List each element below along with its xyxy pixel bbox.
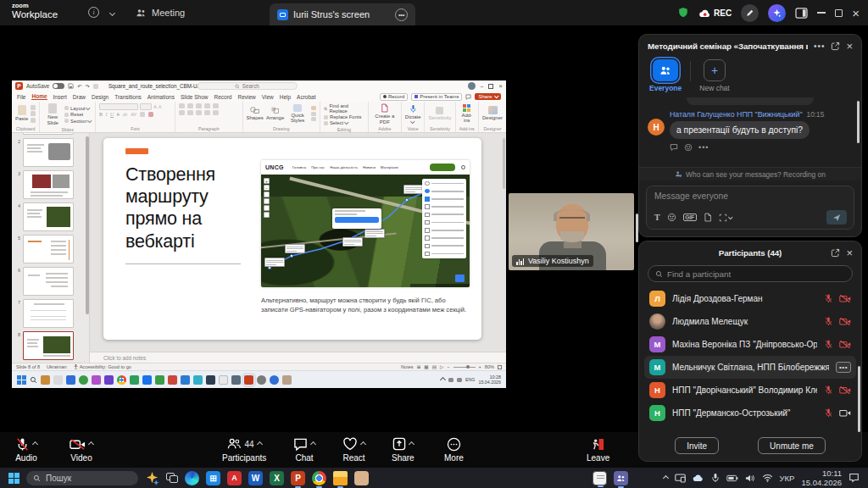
share-control[interactable]: Share [392,436,415,463]
taskbar-app-icon[interactable] [193,375,203,385]
taskbar-app-icon[interactable] [270,375,279,385]
sender-name[interactable]: Наталя Галущенко НПП "Вижницький" [670,110,803,119]
shrink-font-icon[interactable]: A [159,104,161,109]
slide-thumbnail-panel[interactable]: 2 3 4 5 6 7 8 [12,133,90,363]
align-left-button[interactable] [179,110,185,115]
reading-view-icon[interactable]: ▤ [432,364,437,369]
participant-row-hovered[interactable]: М Мельничук Світлана, НПП Білобережжя Св… [644,356,856,379]
video-options-chevron[interactable] [88,441,94,446]
file-explorer-icon[interactable] [333,471,348,485]
maximize-button[interactable] [835,9,843,17]
account-avatar[interactable] [468,82,476,90]
wifi-icon[interactable] [762,474,773,482]
menu-insert[interactable]: Insert [53,94,67,100]
menu-acrobat[interactable]: Acrobat [297,94,315,100]
editor-scrollbar[interactable] [503,138,506,189]
taskbar-app-icon[interactable] [168,375,177,385]
gif-icon[interactable]: GIF [683,214,697,221]
arrange-button[interactable]: Arrange [266,106,284,121]
grow-font-icon[interactable]: A [153,104,157,109]
onedrive-icon[interactable] [693,474,704,482]
select-button[interactable]: Select [324,120,348,125]
tab-everyone[interactable]: Everyone [649,59,682,92]
notes-area[interactable]: Click to add notes [90,352,506,363]
taskbar-app-icon[interactable] [219,375,228,385]
screenshot-icon[interactable] [719,214,732,222]
task-view-icon[interactable] [166,473,178,483]
menu-review[interactable]: Review [237,94,255,100]
section-button[interactable]: Section [64,119,92,124]
layout-button[interactable]: Layout [64,106,92,111]
slide-thumb-3[interactable]: 3 [15,170,86,199]
italic-button[interactable]: I [105,112,107,117]
slide-canvas[interactable]: Створення маршруту прямо на вебкарті UNC… [103,138,481,340]
participants-control[interactable]: 44 Participants [222,436,266,463]
menu-help[interactable]: Help [280,94,291,100]
slide-thumb-8-selected[interactable]: 8 [15,331,86,360]
message-more-icon[interactable]: ••• [698,143,709,152]
present-in-teams-button[interactable]: Present in Teams [411,93,462,101]
slide-thumb-4[interactable]: 4 [15,202,86,231]
participant-row[interactable]: Н НПП "Дворічанський" Володимир Клетьо..… [644,379,856,402]
dictate-button[interactable]: Dictate [405,104,421,124]
copilot-icon[interactable] [145,471,159,485]
tab-new-chat[interactable]: + New chat [699,59,729,92]
tab-shared-screen[interactable]: Iurii Strus's screen ••• [270,3,415,25]
chat-close-icon[interactable]: × [846,41,853,52]
more-control[interactable]: More [444,436,464,463]
slide-caption[interactable]: Альтернативно, маршрут можна створити у … [261,296,473,314]
invite-button[interactable]: Invite [675,437,719,454]
taskbar-chrome-icon[interactable] [117,375,126,385]
mic-muted-icon[interactable] [824,294,833,303]
taskbar-powerpoint-icon[interactable] [244,375,253,385]
attach-file-icon[interactable] [704,213,712,222]
start-button[interactable] [8,473,19,484]
fit-slide-icon[interactable] [498,365,502,369]
chat-message[interactable]: Н Наталя Галущенко НПП "Вижницький" 10:1… [648,110,853,152]
zoom-out-icon[interactable]: − [447,364,449,369]
char-spacing-button[interactable]: AV [131,112,137,117]
taskbar-app-icon[interactable] [92,375,101,385]
format-text-icon[interactable]: T [654,213,660,222]
tab-meeting[interactable]: Meeting [136,0,185,25]
side-panel-icon[interactable] [795,8,808,19]
menu-transitions[interactable]: Transitions [114,94,142,100]
acrobat-icon[interactable]: A [227,471,242,485]
addins-button[interactable]: Add-ins [459,104,476,124]
taskbar-app-icon[interactable] [257,375,266,385]
chat-messages[interactable]: Н Наталя Галущенко НПП "Вижницький" 10:1… [639,97,861,167]
participant-row[interactable]: М Махіна Вероніка ПЗ "Дніпровсько-Орільс… [644,333,856,356]
taskbar-qgis-icon[interactable] [79,375,88,385]
taskbar-app-icon[interactable] [142,375,152,385]
participants-close-icon[interactable]: × [846,247,853,258]
align-right-button[interactable] [196,110,202,115]
thumbnail-scrollbar[interactable] [86,136,89,314]
participants-list[interactable]: Л Лідія Дроздова-Герман Людмила Мелещук … [639,287,861,434]
language-indicator[interactable]: УКР [780,474,795,483]
indent-increase-button[interactable] [204,103,210,108]
language-indicator[interactable]: Ukrainian [47,364,67,369]
clock[interactable]: 10:11 15.04.2026 [801,469,842,488]
participant-row[interactable]: Л Лідія Дроздова-Герман [644,287,856,310]
reset-button[interactable]: Reset [64,112,92,117]
participant-row[interactable]: Н НПП "Дерманско-Острозький" [644,402,856,424]
slide-title[interactable]: Створення маршруту прямо на вебкарті [125,164,258,252]
quick-styles-button[interactable]: Quick Styles [287,104,309,124]
ppt-search-box[interactable]: Search [197,82,297,91]
tray-expand-icon[interactable] [663,474,669,480]
zoom-in-icon[interactable]: + [479,364,481,369]
windows-search[interactable]: Пошук [26,471,138,485]
ppt-minimize-icon[interactable]: – [481,83,484,89]
justify-button[interactable] [204,110,210,115]
taskbar-app-icon[interactable] [53,375,63,385]
shared-clock[interactable]: 10:28 15.04.2026 [478,374,501,385]
highlight-color-button[interactable] [140,112,145,117]
comments-icon[interactable] [465,94,471,100]
menu-home[interactable]: Home [31,93,47,101]
indent-decrease-button[interactable] [196,103,202,108]
notification-icon[interactable] [849,473,860,483]
recording-indicator[interactable]: REC [698,8,732,18]
edge-icon[interactable] [185,471,199,485]
taskbar-app-icon[interactable] [130,375,139,385]
taskbar-app-icon[interactable] [181,375,190,385]
